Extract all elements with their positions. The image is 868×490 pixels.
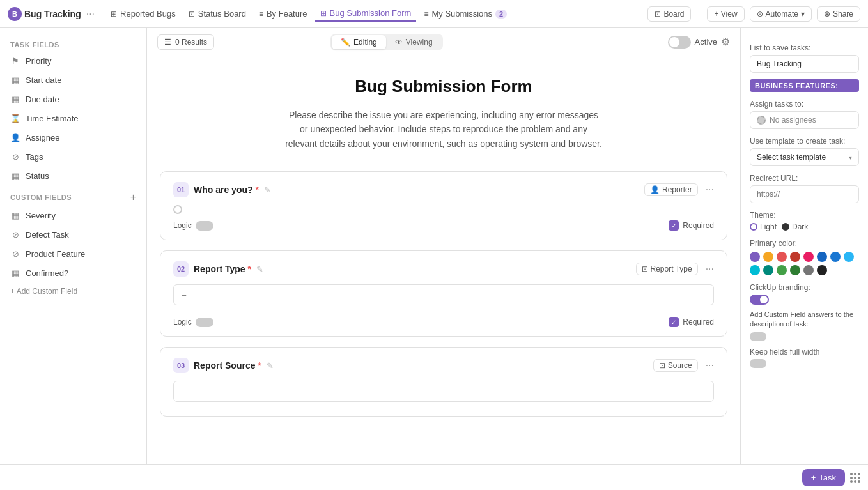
radio-option-01[interactable]	[173, 205, 182, 214]
color-circle-7[interactable]	[844, 252, 854, 262]
sidebar-item-assignee[interactable]: 👤 Assignee	[0, 128, 146, 147]
viewing-toggle-btn[interactable]: 👁 Viewing	[386, 35, 442, 49]
active-toggle: Active ⚙	[668, 36, 730, 49]
template-label: Use template to create task:	[750, 137, 859, 146]
field-more-03[interactable]: ···	[706, 360, 714, 371]
sidebar-item-defect-task[interactable]: ⊘ Defect Task	[0, 225, 146, 244]
logic-row-01: Logic	[173, 221, 213, 231]
main-layout: TASK FIELDS ⚑ Priority ▦ Start date ▦ Du…	[0, 28, 868, 464]
sidebar-item-product-feature[interactable]: ⊘ Product Feature	[0, 244, 146, 263]
redirect-url-input[interactable]	[750, 185, 859, 203]
source-icon: ⊡	[659, 361, 665, 370]
custom-field-toggle[interactable]	[750, 332, 766, 341]
form-scroll-area: Bug Submission Form Please describe the …	[147, 56, 740, 464]
edit-icon-02[interactable]: ✎	[256, 264, 263, 274]
results-button[interactable]: ☰ 0 Results	[157, 34, 214, 50]
field-label-03: Report Source *	[194, 360, 261, 371]
tab-my-submissions[interactable]: ≡ My Submissions 2	[419, 6, 512, 21]
confirmed-icon: ▦	[10, 268, 20, 278]
logic-toggle-01[interactable]	[196, 221, 213, 231]
active-toggle-switch[interactable]	[668, 36, 691, 49]
field-more-02[interactable]: ···	[706, 263, 714, 275]
edit-icon-01[interactable]: ✎	[264, 185, 271, 195]
due-date-icon: ▦	[10, 94, 20, 104]
color-circle-4[interactable]	[803, 252, 814, 262]
theme-light-btn[interactable]: Light	[750, 222, 777, 231]
add-custom-field-icon[interactable]: +	[130, 192, 136, 203]
nav-right-actions: ⊡ Board + View ⊙ Automate ▾ ⊕ Share	[647, 6, 860, 22]
color-circle-0[interactable]	[750, 252, 760, 262]
settings-icon[interactable]: ⚙	[721, 36, 730, 48]
business-features-bar: BUSINESS FEATURES:	[750, 79, 859, 92]
custom-fields-title: CUSTOM FIELDS	[10, 194, 72, 201]
field-card-report-source: 03 Report Source * ✎ ⊡ Source ···	[160, 347, 727, 417]
tab-reported-bugs[interactable]: ⊞ Reported Bugs	[105, 6, 181, 21]
list-save-input[interactable]	[750, 55, 859, 73]
field-input-03[interactable]	[173, 381, 714, 402]
branding-toggle[interactable]	[750, 295, 769, 305]
required-star-03: *	[258, 360, 261, 371]
view-button[interactable]: + View	[707, 6, 744, 22]
field-label-02: Report Type *	[194, 264, 251, 274]
color-circle-1[interactable]	[763, 252, 773, 262]
color-circle-6[interactable]	[830, 252, 841, 262]
board-button[interactable]: ⊡ Board	[647, 6, 691, 22]
form-description: Please describe the issue you are experi…	[284, 108, 603, 151]
add-custom-field-button[interactable]: + Add Custom Field	[0, 282, 146, 300]
color-circle-9[interactable]	[763, 265, 773, 275]
edit-view-toggle: ✏️ Editing 👁 Viewing	[330, 34, 443, 50]
sidebar-item-due-date[interactable]: ▦ Due date	[0, 89, 146, 109]
app-title: Bug Tracking	[24, 9, 81, 19]
task-button[interactable]: + Task	[802, 469, 845, 486]
field-more-01[interactable]: ···	[706, 184, 714, 195]
editing-toggle-btn[interactable]: ✏️ Editing	[332, 35, 386, 49]
sidebar-item-priority[interactable]: ⚑ Priority	[0, 51, 146, 70]
template-select-arrow: ▾	[849, 154, 852, 161]
required-row-01: ✓ Required	[669, 220, 714, 231]
sidebar-item-time-estimate[interactable]: ⌛ Time Estimate	[0, 109, 146, 128]
required-checkbox-02[interactable]: ✓	[669, 317, 679, 327]
template-select[interactable]: Select task template ▾	[750, 148, 859, 166]
color-circle-5[interactable]	[817, 252, 827, 262]
full-width-toggle[interactable]	[750, 359, 766, 368]
primary-color-label: Primary color:	[750, 239, 859, 248]
required-checkbox-01[interactable]: ✓	[669, 220, 679, 231]
theme-dark-btn[interactable]: Dark	[782, 222, 808, 231]
logic-row-02: Logic	[173, 318, 213, 327]
assignee-row[interactable]: No assignees	[750, 111, 859, 129]
color-circle-2[interactable]	[777, 252, 787, 262]
start-date-icon: ▦	[10, 75, 20, 85]
tab-status-board[interactable]: ⊡ Status Board	[183, 6, 251, 21]
automate-icon: ⊙	[757, 10, 763, 19]
report-type-icon: ⊡	[642, 264, 648, 273]
field-header-03: 03 Report Source * ✎ ⊡ Source ···	[173, 358, 714, 373]
share-button[interactable]: ⊕ Share	[817, 6, 860, 22]
color-circle-8[interactable]	[750, 265, 760, 275]
color-circle-10[interactable]	[777, 265, 787, 275]
field-tag-source: ⊡ Source	[653, 359, 698, 372]
color-circle-11[interactable]	[790, 265, 800, 275]
app-title-dots[interactable]: ···	[86, 8, 95, 20]
sidebar-item-start-date[interactable]: ▦ Start date	[0, 70, 146, 89]
priority-icon: ⚑	[10, 56, 20, 66]
share-icon: ⊕	[824, 10, 830, 19]
assign-tasks-label: Assign tasks to:	[750, 100, 859, 109]
apps-grid-icon[interactable]	[850, 473, 860, 483]
tab-bug-submission-form[interactable]: ⊞ Bug Submission Form	[315, 6, 417, 22]
sidebar-item-status[interactable]: ▦ Status	[0, 166, 146, 185]
edit-icon-03[interactable]: ✎	[267, 361, 274, 371]
color-circle-3[interactable]	[790, 252, 800, 262]
sidebar-item-severity[interactable]: ▦ Severity	[0, 206, 146, 225]
my-submissions-icon: ≡	[424, 10, 428, 19]
required-star-01: *	[255, 185, 258, 195]
color-circle-12[interactable]	[803, 265, 814, 275]
color-circle-13[interactable]	[817, 265, 827, 275]
tab-by-feature[interactable]: ≡ By Feature	[254, 6, 313, 21]
sidebar-item-confirmed[interactable]: ▦ Confirmed?	[0, 263, 146, 282]
submissions-badge: 2	[495, 10, 507, 19]
automate-button[interactable]: ⊙ Automate ▾	[750, 6, 812, 22]
field-tag-report-type: ⊡ Report Type	[636, 263, 698, 275]
logic-toggle-02[interactable]	[196, 318, 213, 327]
sidebar-item-tags[interactable]: ⊘ Tags	[0, 147, 146, 166]
field-input-02[interactable]	[173, 284, 714, 305]
